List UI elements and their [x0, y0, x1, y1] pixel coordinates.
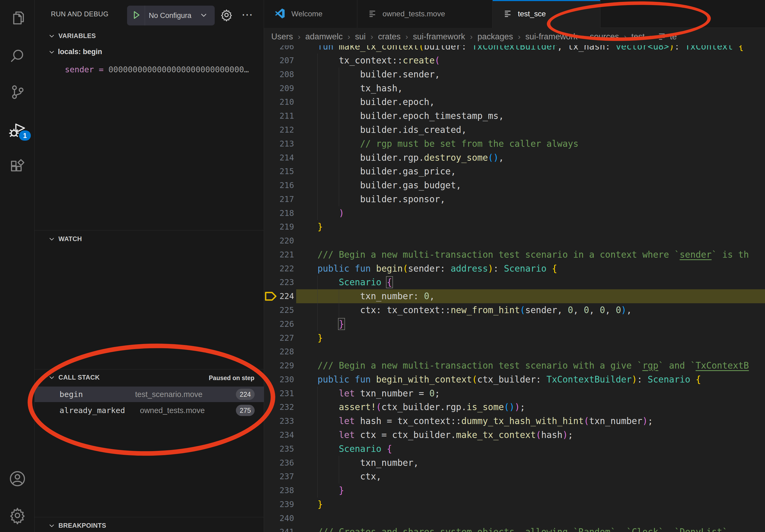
line-number[interactable]: 219	[264, 220, 294, 234]
code-line-217[interactable]: 217 builder.sponsor,	[264, 192, 765, 206]
variable-row-sender[interactable]: sender = 0000000000000000000000000000…	[65, 65, 249, 74]
activity-bar-extensions[interactable]	[0, 153, 35, 182]
line-number[interactable]: 213	[264, 137, 294, 151]
tab-owned-tests-move[interactable]: owned_tests.move	[357, 0, 493, 28]
activity-bar-account[interactable]	[0, 464, 35, 494]
call-stack-section-header[interactable]: CALL STACK	[48, 374, 100, 381]
code-line-230[interactable]: 230 public fun begin_with_context(ctx_bu…	[264, 373, 765, 387]
line-number[interactable]: 225	[264, 303, 294, 317]
code-line-239[interactable]: 239 }	[264, 497, 765, 511]
line-number[interactable]: 210	[264, 95, 294, 109]
call-stack-frame-already_marked[interactable]: already_markedowned_tests.move275	[35, 402, 264, 418]
code-line-226[interactable]: 226 }	[264, 317, 765, 331]
line-number[interactable]: 237	[264, 470, 294, 483]
code-line-236[interactable]: 236 txn_number,	[264, 456, 765, 470]
breakpoints-section-header[interactable]: BREAKPOINTS	[48, 522, 106, 529]
line-number[interactable]: 217	[264, 192, 294, 206]
code-line-228[interactable]: 228	[264, 345, 765, 359]
debug-configuration-dropdown[interactable]: No Configura	[127, 6, 215, 25]
line-number[interactable]: 214	[264, 151, 294, 165]
code-line-237[interactable]: 237 ctx,	[264, 470, 765, 483]
breadcrumb-item[interactable]: sui-framework	[525, 32, 578, 42]
code-line-216[interactable]: 216 builder.gas_budget,	[264, 178, 765, 192]
line-number[interactable]: 227	[264, 331, 294, 345]
line-number[interactable]: 215	[264, 164, 294, 178]
code-line-215[interactable]: 215 builder.gas_price,	[264, 164, 765, 178]
call-stack-frame-begin[interactable]: begintest_scenario.move224	[35, 387, 264, 402]
line-number[interactable]: 212	[264, 123, 294, 137]
code-line-232[interactable]: 232 assert!(ctx_builder.rgp.is_some());	[264, 400, 765, 414]
tab-welcome[interactable]: Welcome	[264, 0, 357, 28]
code-line-223[interactable]: 223 Scenario {	[264, 275, 765, 289]
code-line-207[interactable]: 207 tx_context::create(	[264, 54, 765, 68]
breadcrumb-item[interactable]: sui	[355, 32, 366, 42]
more-actions-icon[interactable]: ⋯	[242, 8, 254, 21]
code-line-233[interactable]: 233 let hash = tx_context::dummy_tx_hash…	[264, 414, 765, 428]
breadcrumb-item[interactable]: crates	[378, 32, 400, 42]
code-line-238[interactable]: 238 }	[264, 483, 765, 497]
line-number[interactable]: 207	[264, 54, 294, 68]
line-number[interactable]: 230	[264, 373, 294, 387]
line-number[interactable]: 221	[264, 248, 294, 262]
breadcrumb-item[interactable]: sources	[590, 32, 619, 42]
watch-section-header[interactable]: WATCH	[48, 235, 82, 243]
line-number[interactable]: 228	[264, 345, 294, 359]
variables-scope-row[interactable]: locals: begin	[48, 48, 102, 56]
activity-bar-files[interactable]	[0, 4, 35, 33]
line-number[interactable]: 236	[264, 456, 294, 470]
breadcrumb-item[interactable]: sui-framework	[413, 32, 465, 42]
code-line-213[interactable]: 213 // rgp must be set from the caller a…	[264, 137, 765, 151]
code-line-220[interactable]: 220	[264, 234, 765, 248]
code-line-219[interactable]: 219 }	[264, 220, 765, 234]
tab-test-sce[interactable]: test_sce	[493, 0, 600, 28]
line-number[interactable]: 240	[264, 511, 294, 525]
code-line-235[interactable]: 235 Scenario {	[264, 442, 765, 456]
code-line-241[interactable]: 241 /// Creates and shares system object…	[264, 525, 765, 532]
variables-section-header[interactable]: VARIABLES	[48, 32, 96, 40]
code-line-218[interactable]: 218 )	[264, 206, 765, 220]
line-number[interactable]: 224	[264, 289, 294, 303]
code-line-225[interactable]: 225 ctx: tx_context::new_from_hint(sende…	[264, 303, 765, 317]
line-number[interactable]: 223	[264, 275, 294, 289]
code-line-210[interactable]: 210 builder.epoch,	[264, 95, 765, 109]
code-line-231[interactable]: 231 let txn_number = 0;	[264, 387, 765, 400]
line-number[interactable]: 226	[264, 317, 294, 331]
line-number[interactable]: 220	[264, 234, 294, 248]
line-number[interactable]: 232	[264, 400, 294, 414]
activity-bar-source-control[interactable]	[0, 78, 35, 108]
line-number[interactable]: 209	[264, 82, 294, 95]
line-number[interactable]: 222	[264, 262, 294, 276]
code-editor[interactable]: 206 fun make_tx_context(builder: TxConte…	[264, 0, 765, 532]
line-number[interactable]: 211	[264, 109, 294, 123]
line-number[interactable]: 233	[264, 414, 294, 428]
code-line-240[interactable]: 240	[264, 511, 765, 525]
code-line-211[interactable]: 211 builder.epoch_timestamp_ms,	[264, 109, 765, 123]
breadcrumb-item[interactable]: packages	[477, 32, 513, 42]
line-number[interactable]: 216	[264, 178, 294, 192]
code-line-222[interactable]: 222 public fun begin(sender: address): S…	[264, 262, 765, 276]
code-line-212[interactable]: 212 builder.ids_created,	[264, 123, 765, 137]
code-line-214[interactable]: 214 builder.rgp.destroy_some(),	[264, 151, 765, 165]
code-line-224[interactable]: 224 txn_number: 0,	[264, 289, 765, 303]
breadcrumb-item-file[interactable]: te	[657, 32, 677, 42]
breadcrumb-item[interactable]: adamwelc	[305, 32, 343, 42]
code-line-209[interactable]: 209 tx_hash,	[264, 82, 765, 95]
line-number[interactable]: 239	[264, 497, 294, 511]
code-line-229[interactable]: 229 /// Begin a new multi-transaction te…	[264, 359, 765, 373]
debug-settings-gear-icon[interactable]	[220, 9, 233, 23]
start-debugging-icon[interactable]	[131, 10, 142, 21]
code-line-208[interactable]: 208 builder.sender,	[264, 68, 765, 82]
line-number[interactable]: 218	[264, 206, 294, 220]
line-number[interactable]: 208	[264, 68, 294, 82]
line-number[interactable]: 238	[264, 483, 294, 497]
code-line-221[interactable]: 221 /// Begin a new multi-transaction te…	[264, 248, 765, 262]
code-line-234[interactable]: 234 let ctx = ctx_builder.make_tx_contex…	[264, 428, 765, 442]
line-number[interactable]: 231	[264, 387, 294, 400]
activity-bar-run-and-debug[interactable]: 1	[0, 116, 35, 145]
line-number[interactable]: 241	[264, 525, 294, 532]
activity-bar-search[interactable]	[0, 41, 35, 71]
breadcrumb-item[interactable]: Users	[271, 32, 293, 42]
line-number[interactable]: 229	[264, 359, 294, 373]
code-line-227[interactable]: 227 }	[264, 331, 765, 345]
line-number[interactable]: 235	[264, 442, 294, 456]
